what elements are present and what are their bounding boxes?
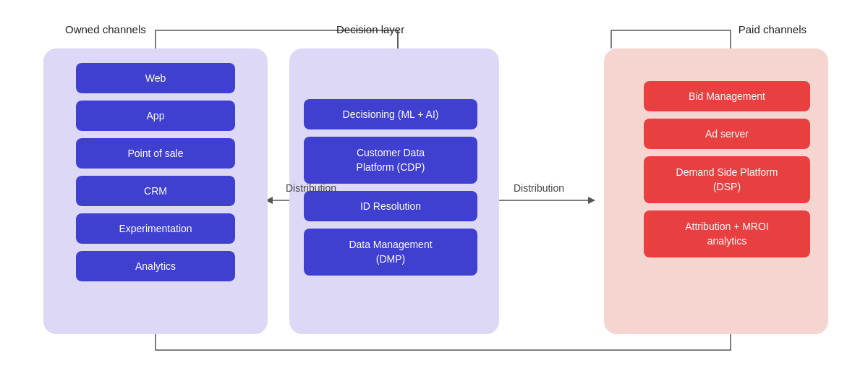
distribution-right-label: Distribution [514, 182, 564, 194]
btn-pos: Point of sale [76, 138, 235, 169]
distribution-left-label: Distribution [286, 182, 336, 194]
paid-buttons: Bid Management Ad server Demand Side Pla… [644, 81, 810, 257]
svg-marker-5 [588, 197, 595, 204]
btn-app: App [76, 101, 235, 131]
btn-cdp: Customer Data Platform (CDP) [304, 137, 477, 184]
label-decision: Decision layer [336, 23, 404, 35]
btn-web: Web [76, 63, 235, 93]
btn-experimentation: Experimentation [76, 213, 235, 244]
btn-decisioning: Decisioning (ML + AI) [304, 99, 477, 129]
btn-ad-server: Ad server [644, 119, 810, 149]
label-paid: Paid channels [739, 23, 807, 35]
btn-dmp: Data Management (DMP) [304, 229, 477, 276]
diagram-container: Owned channels Decision layer Paid chann… [22, 16, 846, 363]
label-owned: Owned channels [65, 23, 146, 35]
btn-attribution: Attribution + MROI analytics [644, 210, 810, 257]
btn-id-resolution: ID Resolution [304, 191, 477, 221]
btn-bid: Bid Management [644, 81, 810, 111]
btn-crm: CRM [76, 176, 235, 206]
btn-analytics: Analytics [76, 251, 235, 281]
btn-dsp: Demand Side Platform (DSP) [644, 156, 810, 203]
owned-buttons: Web App Point of sale CRM Experimentatio… [76, 63, 235, 281]
